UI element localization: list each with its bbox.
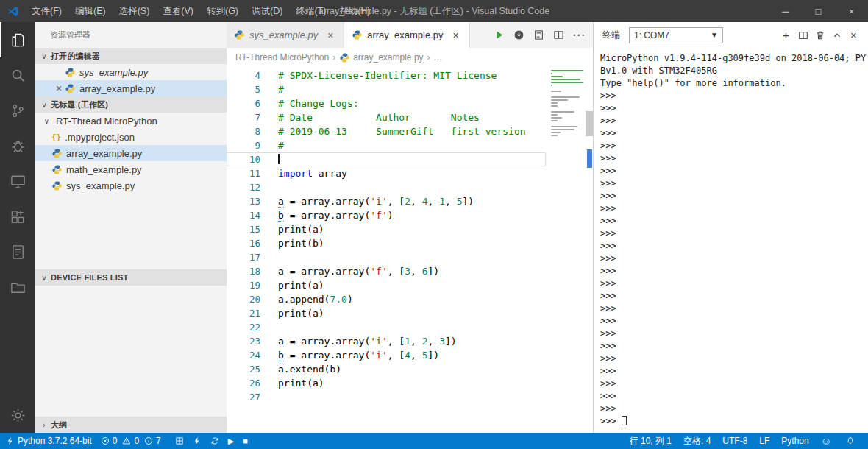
tree-file[interactable]: sys_example.py	[35, 177, 227, 194]
open-editor-item[interactable]: sys_example.py	[35, 64, 227, 80]
code-line[interactable]: 21print(a)	[227, 306, 546, 320]
play-icon: ▶	[228, 436, 234, 446]
tab-array_example.py[interactable]: array_example.py×	[344, 22, 469, 48]
status-tool-play[interactable]: ▶	[224, 433, 238, 449]
code-line[interactable]: 4# SPDX-License-Identifier: MIT License	[227, 68, 546, 82]
code-line[interactable]: 16print(b)	[227, 236, 546, 250]
code-line[interactable]: 26print(a)	[227, 376, 546, 390]
status-eol[interactable]: LF	[753, 433, 775, 449]
minimap[interactable]	[549, 67, 586, 141]
status-tool-stop[interactable]: ■	[238, 433, 252, 449]
terminal-title[interactable]: 终端	[602, 29, 620, 41]
code-line[interactable]: 23a = array.array('i', [1, 2, 3])	[227, 334, 546, 348]
download-button[interactable]	[509, 26, 529, 45]
code-line[interactable]: 22	[227, 320, 546, 334]
tree-file[interactable]: array_example.py	[35, 145, 227, 161]
code-line[interactable]: 15print(a)	[227, 222, 546, 236]
close-icon[interactable]: ×	[324, 29, 336, 41]
status-indentation[interactable]: 空格: 4	[677, 433, 716, 449]
activity-files[interactable]	[0, 22, 35, 57]
activity-extensions[interactable]	[0, 199, 35, 234]
code-line[interactable]: 8# 2019-06-13 SummerGift first version	[227, 124, 546, 138]
close-icon[interactable]: ×	[450, 29, 462, 41]
menu-item[interactable]: 调试(D)	[245, 0, 289, 22]
status-language-mode[interactable]: Python	[775, 433, 814, 449]
code-line[interactable]: 24b = array.array('i', [4, 5])	[227, 348, 546, 362]
activity-debug[interactable]	[0, 128, 35, 163]
scrollbar-slider[interactable]	[586, 111, 593, 136]
status-feedback[interactable]: ☺	[815, 433, 840, 449]
code-line[interactable]: 25a.extend(b)	[227, 362, 546, 376]
code-line[interactable]: 19print(a)	[227, 278, 546, 292]
error-count: 0	[113, 436, 118, 446]
code-line[interactable]: 10	[227, 152, 546, 166]
menu-item[interactable]: 查看(V)	[156, 0, 200, 22]
activity-search[interactable]	[0, 57, 35, 93]
code-line[interactable]: 17	[227, 250, 546, 264]
activity-project[interactable]	[0, 269, 35, 305]
minimap-line	[551, 99, 568, 101]
status-encoding[interactable]: UTF-8	[716, 433, 753, 449]
window-close-button[interactable]: ×	[835, 0, 868, 22]
menu-item[interactable]: 文件(F)	[25, 0, 68, 22]
code-line[interactable]: 18a = array.array('f', [3, 6])	[227, 264, 546, 278]
breadcrumb-item[interactable]: array_example.py	[339, 52, 423, 63]
run-button[interactable]	[489, 26, 509, 45]
menu-item[interactable]: 编辑(E)	[68, 0, 113, 22]
status-problems[interactable]: 0 0 7	[96, 433, 171, 449]
status-tool-sync[interactable]	[206, 433, 224, 449]
close-icon[interactable]: ×	[53, 82, 65, 94]
code-line[interactable]: 27	[227, 390, 546, 404]
terminal-instance-dropdown[interactable]: 1: COM7 ▼	[629, 27, 723, 43]
title-bar: 文件(F)编辑(E)选择(S)查看(V)转到(G)调试(D)终端(T)帮助(H)…	[0, 0, 868, 22]
outline-header[interactable]: › 大纲	[35, 417, 227, 433]
tab-sys_example.py[interactable]: sys_example.py×	[227, 22, 344, 48]
code-line[interactable]: 12	[227, 180, 546, 194]
menu-item[interactable]: 转到(G)	[200, 0, 245, 22]
preview-button[interactable]	[529, 26, 549, 45]
tree-file[interactable]: math_example.py	[35, 161, 227, 177]
close-button[interactable]: ×	[845, 27, 862, 43]
device-files-header[interactable]: ∨ DEVICE FILES LIST	[35, 269, 227, 286]
tree-folder[interactable]: ∨RT-Thread MicroPython	[35, 113, 227, 129]
split-button[interactable]	[794, 27, 811, 43]
terminal-prompt-line: >>>	[600, 365, 868, 378]
window-minimize-button[interactable]: ─	[769, 0, 802, 22]
line-number: 22	[227, 320, 260, 334]
statusbar-tools: ▶■	[171, 433, 252, 449]
chevron-up-button[interactable]	[828, 27, 845, 43]
activity-device[interactable]	[0, 163, 35, 199]
trash-button[interactable]	[811, 27, 828, 43]
activity-gear[interactable]	[0, 397, 35, 433]
plus-button[interactable]: +	[778, 27, 794, 43]
open-editors-header[interactable]: ∨ 打开的编辑器	[35, 48, 227, 64]
activity-source-control[interactable]	[0, 93, 35, 128]
code-line[interactable]: 20a.append(7.0)	[227, 292, 546, 306]
code-line[interactable]: 11import array	[227, 166, 546, 180]
menu-item[interactable]: 选择(S)	[113, 0, 157, 22]
breadcrumb-item[interactable]: RT-Thread MicroPython	[235, 52, 329, 63]
workspace-header[interactable]: ∨ 无标题 (工作区)	[35, 96, 227, 113]
status-cursor-position[interactable]: 行 10, 列 1	[624, 433, 677, 449]
status-tool-zap[interactable]	[188, 433, 206, 449]
status-tool-board[interactable]	[171, 433, 188, 449]
code-line[interactable]: 6# Change Logs:	[227, 96, 546, 110]
status-notifications[interactable]	[840, 433, 864, 449]
code-line[interactable]: 5#	[227, 82, 546, 96]
activity-report[interactable]	[0, 234, 35, 269]
code-line[interactable]: 9#	[227, 138, 546, 152]
line-number: 9	[227, 138, 260, 152]
split-editor-button[interactable]	[549, 26, 569, 45]
breadcrumb-item[interactable]: …	[434, 52, 443, 63]
editor[interactable]: 4# SPDX-License-Identifier: MIT License5…	[227, 67, 593, 433]
code-line[interactable]: 7# Date Author Notes	[227, 110, 546, 124]
more-button[interactable]: ⋯	[569, 26, 588, 45]
tree-file[interactable]: {}.mpyproject.json	[35, 129, 227, 145]
terminal-input-line[interactable]: >>>	[600, 415, 868, 428]
code-line[interactable]: 13a = array.array('i', [2, 4, 1, 5])	[227, 194, 546, 208]
window-maximize-button[interactable]: □	[802, 0, 835, 22]
code-line[interactable]: 14b = array.array('f')	[227, 208, 546, 222]
status-python-interpreter[interactable]: Python 3.7.2 64-bit	[1, 433, 96, 449]
terminal-output[interactable]: MicroPython v1.9.4-114-g309fe39d on 2018…	[594, 48, 868, 433]
open-editor-item[interactable]: ×array_example.py	[35, 80, 227, 96]
